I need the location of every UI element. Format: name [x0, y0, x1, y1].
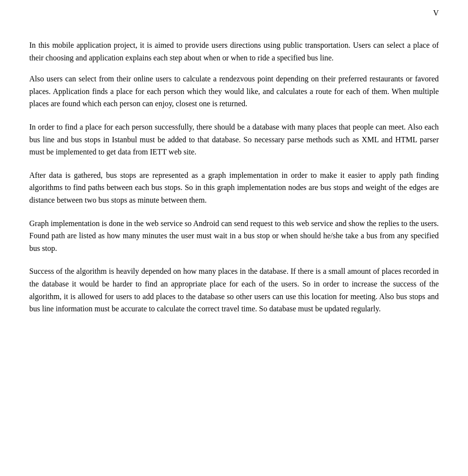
content-area: In this mobile application project, it i…	[29, 39, 439, 315]
paragraph-4: After data is gathered, bus stops are re…	[29, 169, 439, 207]
paragraph-6: Success of the algorithm is heavily depe…	[29, 265, 439, 315]
page: V In this mobile application project, it…	[0, 0, 468, 476]
paragraph-2: Also users can select from their online …	[29, 73, 439, 110]
paragraph-1: In this mobile application project, it i…	[29, 39, 439, 64]
paragraph-5: Graph implementation is done in the web …	[29, 217, 439, 255]
page-number: V	[433, 9, 439, 18]
paragraph-3: In order to find a place for each person…	[29, 121, 439, 158]
